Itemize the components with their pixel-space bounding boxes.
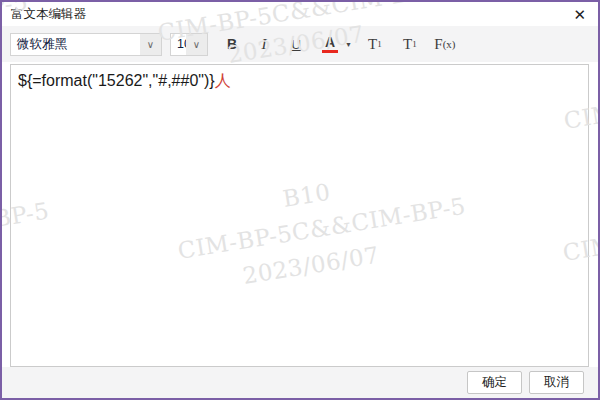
chevron-down-icon[interactable]: ∨ — [186, 34, 207, 55]
chevron-down-icon[interactable]: ∨ — [140, 34, 161, 55]
close-icon[interactable]: ✕ — [570, 6, 589, 23]
superscript-mark: 1 — [377, 40, 382, 49]
rich-text-editor-dialog: 富文本编辑器 ✕ 微软雅黑 ∨ 10 ∨ B I U A ▼ T1 T1 F(x… — [0, 0, 600, 400]
bold-button[interactable]: B — [220, 32, 244, 56]
rich-text-content-area[interactable]: ${=format("15262","#,##0")}人 — [10, 64, 589, 367]
subscript-button[interactable]: T1 — [398, 32, 422, 56]
dialog-footer: 确定 取消 — [2, 367, 598, 398]
unit-text: 人 — [215, 72, 231, 89]
font-size-value: 10 — [171, 34, 186, 55]
subscript-label: T — [403, 36, 412, 53]
font-color-swatch — [322, 50, 338, 53]
font-color-label: A — [325, 35, 335, 49]
font-family-value: 微软雅黑 — [11, 34, 140, 55]
ok-button[interactable]: 确定 — [467, 371, 522, 394]
font-color-dropdown-icon[interactable]: ▼ — [345, 41, 352, 48]
italic-button[interactable]: I — [252, 32, 276, 56]
formatting-toolbar: 微软雅黑 ∨ 10 ∨ B I U A ▼ T1 T1 F(x) — [2, 26, 598, 62]
function-args-label: (x) — [443, 38, 456, 50]
dialog-titlebar: 富文本编辑器 ✕ — [2, 2, 598, 26]
formula-text: ${=format("15262","#,##0")} — [18, 72, 215, 89]
font-family-select[interactable]: 微软雅黑 ∨ — [10, 33, 162, 56]
underline-button[interactable]: U — [284, 32, 308, 56]
function-label: F — [434, 36, 442, 53]
cancel-button[interactable]: 取消 — [529, 371, 584, 394]
superscript-button[interactable]: T1 — [363, 32, 387, 56]
subscript-mark: 1 — [412, 40, 417, 49]
font-size-select[interactable]: 10 ∨ — [170, 33, 208, 56]
dialog-title: 富文本编辑器 — [11, 6, 86, 23]
insert-function-button[interactable]: F(x) — [433, 32, 457, 56]
superscript-label: T — [368, 36, 377, 53]
font-color-button[interactable]: A — [318, 32, 342, 56]
